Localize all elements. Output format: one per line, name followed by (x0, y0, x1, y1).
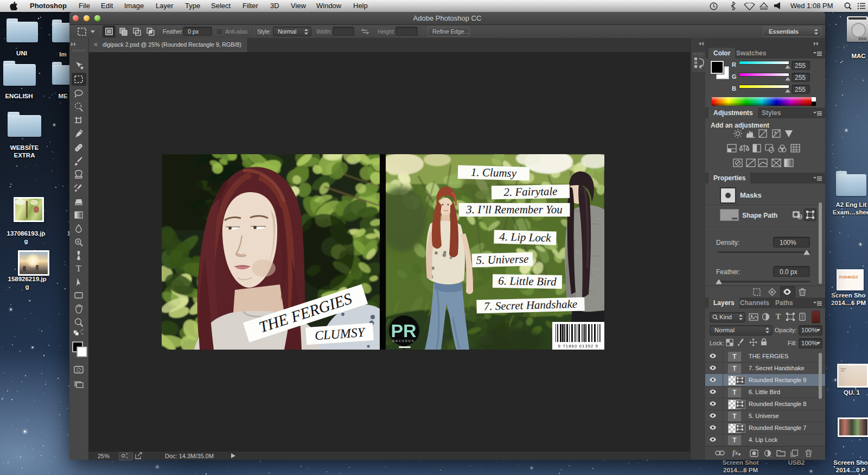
svg-text:T: T (76, 264, 81, 273)
svg-text:5. Universe: 5. Universe (476, 252, 528, 267)
svg-text:RECORDS: RECORDS (392, 339, 415, 343)
svg-text:2. Fairytale: 2. Fairytale (503, 185, 558, 199)
svg-text:6. Little Bird: 6. Little Bird (498, 274, 557, 288)
svg-text:7. Secret Handshake: 7. Secret Handshake (484, 297, 578, 313)
svg-text:PR: PR (391, 320, 416, 341)
svg-text:1. Clumsy: 1. Clumsy (471, 166, 517, 180)
svg-text:3. I’ll Remember You: 3. I’ll Remember You (465, 203, 563, 216)
svg-text:6 71860 01352 5: 6 71860 01352 5 (558, 344, 598, 349)
svg-text:4. Lip Lock: 4. Lip Lock (499, 230, 551, 244)
